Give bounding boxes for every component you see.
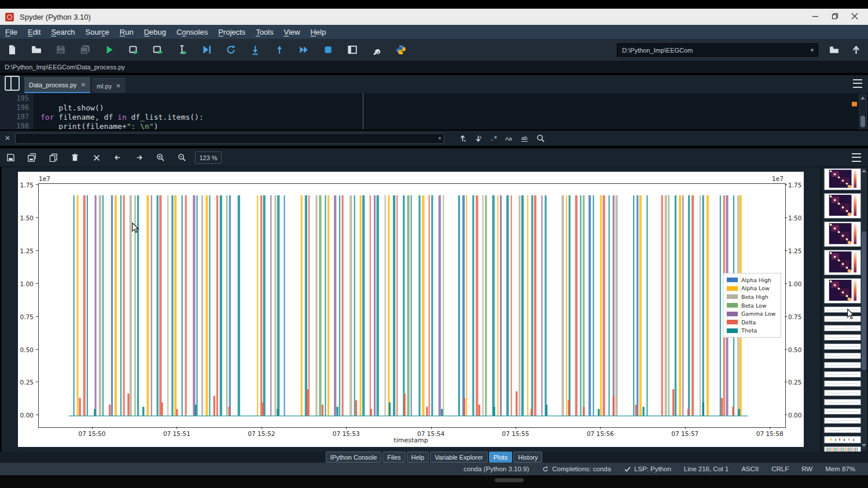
pane-tab-history[interactable]: History	[513, 452, 542, 463]
debug-file-button[interactable]	[194, 41, 219, 58]
thumbs-scroll-up-arrow[interactable]	[862, 169, 866, 172]
plots-options-menu-icon[interactable]	[852, 153, 861, 162]
find-next-icon[interactable]: a	[470, 132, 486, 144]
scroll-warning-flag[interactable]	[852, 102, 857, 106]
plots-toolbar: 123 %	[0, 148, 868, 167]
save-button[interactable]	[49, 41, 73, 58]
browse-folder-button[interactable]	[822, 41, 846, 58]
preferences-button[interactable]	[365, 41, 389, 58]
plot-thumbnail-strip[interactable]	[824, 408, 861, 415]
run-selection-button[interactable]	[170, 41, 194, 58]
zoom-out-button[interactable]	[171, 151, 193, 165]
run-file-button[interactable]	[97, 41, 122, 58]
editor-tab-Data_process.py[interactable]: Data_process.py✕	[24, 77, 90, 93]
open-file-button[interactable]	[24, 41, 49, 58]
menu-run[interactable]: Run	[115, 28, 139, 36]
zoom-level[interactable]: 123 %	[195, 151, 222, 164]
previous-plot-button[interactable]	[107, 151, 128, 165]
scrollbar-thumb[interactable]	[860, 116, 865, 127]
thumbs-scrollbar-thumb[interactable]	[862, 231, 866, 370]
save-all-button[interactable]	[73, 41, 97, 58]
plot-thumbnail-strip[interactable]	[824, 325, 861, 331]
plot-thumbnail-heatmap[interactable]	[824, 193, 861, 219]
menu-bar: FileEditSearchSourceRunDebugConsolesProj…	[0, 25, 868, 39]
new-file-button[interactable]	[0, 41, 24, 58]
step-out-button[interactable]	[267, 41, 292, 58]
code-editor[interactable]: 195196197198 plt.show()for filename, df …	[0, 93, 868, 130]
run-cell-advance-button[interactable]	[146, 41, 170, 58]
run-cell-button[interactable]	[122, 41, 146, 58]
tab-close-icon[interactable]: ✕	[81, 82, 86, 88]
find-dropdown-caret-icon[interactable]: ▼	[437, 136, 442, 141]
plot-thumbnail-heatmap[interactable]	[824, 168, 861, 190]
plot-thumbnail-strip[interactable]	[824, 399, 861, 405]
find-previous-icon[interactable]: a	[455, 132, 470, 144]
close-all-plots-button[interactable]	[86, 151, 107, 165]
copy-plot-button[interactable]	[43, 151, 64, 165]
menu-debug[interactable]: Debug	[139, 28, 171, 36]
menu-view[interactable]: View	[278, 28, 305, 36]
case-sensitive-icon[interactable]: Aa	[502, 132, 517, 144]
dropdown-caret-icon[interactable]: ▼	[810, 47, 818, 53]
next-plot-button[interactable]	[128, 151, 150, 165]
pane-tab-plots[interactable]: Plots	[489, 452, 512, 463]
tab-close-icon[interactable]: ✕	[116, 83, 120, 89]
editor-scrollbar[interactable]	[859, 94, 867, 130]
stop-button[interactable]	[316, 41, 340, 58]
pane-tab-variable-explorer[interactable]: Variable Explorer	[430, 452, 488, 463]
plot-thumbnail-strip[interactable]	[824, 343, 861, 350]
menu-edit[interactable]: Edit	[23, 28, 46, 36]
plot-thumbnail-strip[interactable]	[824, 371, 861, 378]
editor-options-menu-icon[interactable]	[853, 79, 862, 88]
save-plot-button[interactable]	[0, 151, 21, 165]
minimize-button[interactable]	[806, 9, 825, 24]
menu-source[interactable]: Source	[80, 28, 115, 36]
plot-thumbnail-strip[interactable]	[824, 353, 861, 359]
thumbs-scroll-down-arrow[interactable]	[862, 444, 866, 447]
search-icon[interactable]	[533, 132, 549, 144]
pane-tab-files[interactable]: Files	[382, 452, 405, 463]
continue-execution-button[interactable]	[292, 41, 316, 58]
python-env-button[interactable]	[389, 41, 413, 58]
menu-projects[interactable]: Projects	[213, 28, 251, 36]
editor-tab-ml.py[interactable]: ml.py✕	[92, 78, 126, 93]
parent-directory-button[interactable]	[844, 41, 868, 58]
pane-tab-ipython-console[interactable]: IPython Console	[326, 452, 382, 463]
maximize-pane-button[interactable]	[340, 41, 365, 58]
plot-thumbnail-strip[interactable]	[824, 380, 861, 387]
working-directory-combobox[interactable]: D:\Python_Imp\EEGCom ▼	[617, 43, 818, 57]
step-into-button[interactable]	[243, 41, 267, 58]
close-button[interactable]	[845, 9, 865, 24]
menu-help[interactable]: Help	[305, 28, 331, 36]
regex-icon[interactable]: .*	[486, 132, 502, 144]
restore-button[interactable]	[825, 9, 845, 24]
plot-thumbnail-strip[interactable]	[824, 334, 861, 341]
find-close-icon[interactable]: ✕	[0, 134, 15, 142]
plot-thumbnail-strip[interactable]	[824, 306, 861, 313]
thumbnails-scrollbar[interactable]	[861, 168, 867, 450]
pane-tab-help[interactable]: Help	[407, 452, 429, 463]
menu-file[interactable]: File	[0, 28, 23, 36]
scroll-up-arrow[interactable]	[860, 97, 865, 99]
file-switcher-icon[interactable]	[5, 76, 20, 91]
menu-search[interactable]: Search	[46, 28, 80, 36]
remove-plot-button[interactable]	[64, 151, 86, 165]
plot-thumbnail-strip[interactable]	[824, 427, 861, 433]
rerun-cell-button[interactable]	[219, 41, 243, 58]
whole-words-icon[interactable]: ab	[517, 132, 533, 144]
legend-entry: Delta	[727, 318, 777, 327]
find-input[interactable]: ▼	[15, 133, 444, 144]
plot-thumbnail-strip[interactable]	[824, 417, 861, 424]
plot-thumbnail-heatmap[interactable]	[824, 221, 861, 247]
save-all-plots-button[interactable]	[21, 151, 43, 165]
menu-tools[interactable]: Tools	[251, 28, 278, 36]
zoom-in-button[interactable]	[150, 151, 171, 165]
plot-thumbnail-strip[interactable]	[824, 390, 861, 396]
plot-thumbnail-heatmap[interactable]	[824, 250, 861, 275]
plot-thumbnail-mini-series[interactable]	[824, 436, 861, 443]
check-icon	[624, 465, 631, 473]
plot-thumbnail-strip[interactable]	[824, 362, 861, 368]
menu-consoles[interactable]: Consoles	[171, 28, 213, 36]
plot-thumbnail-heatmap[interactable]	[824, 278, 861, 304]
plot-thumbnail-strip[interactable]	[824, 316, 861, 322]
